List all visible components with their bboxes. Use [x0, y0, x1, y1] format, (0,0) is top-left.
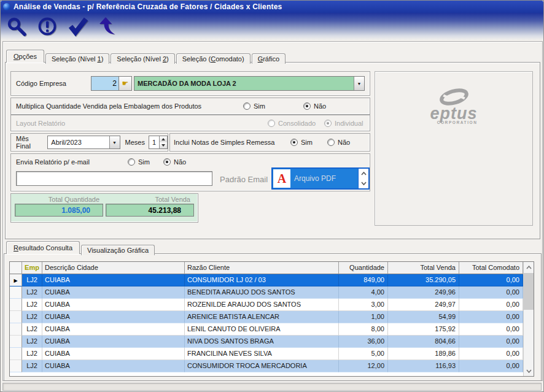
row-indicator [10, 286, 22, 299]
tab-selecao-comodato[interactable]: Seleção (Comodato) [176, 53, 251, 64]
cell: CUIABA [42, 286, 185, 299]
header-quantidade[interactable]: Quantidade [339, 262, 388, 274]
tab-selecao-nivel2[interactable]: Seleção (Nível 2) [111, 53, 174, 64]
scrollbar-thumb[interactable] [524, 273, 534, 310]
table-row[interactable]: LJ2CUIABABENEDITA ARAUJO DOS SANTOS4,002… [10, 286, 523, 299]
lookup-button[interactable]: ☛ [119, 76, 132, 91]
radio-multiplica-sim[interactable] [243, 102, 251, 110]
cell: CUIABA [42, 336, 185, 348]
cell: LJ2 [22, 360, 42, 372]
chevron-down-icon[interactable] [354, 77, 364, 90]
return-arrow-icon [98, 16, 119, 37]
cell: BENEDITA ARAUJO DOS SANTOS [185, 286, 339, 299]
cell: 35.290,05 [388, 274, 459, 286]
scroll-down-button[interactable] [524, 366, 534, 376]
multiplica-label: Multiplica Quantidade Vendida pela Embal… [11, 102, 243, 110]
exit-button[interactable] [96, 15, 121, 38]
info-button[interactable] [35, 15, 60, 38]
cell: LJ2 [22, 311, 42, 323]
status-bar [2, 383, 542, 391]
row-indicator [10, 360, 22, 372]
total-venda-value: 45.213,88 [106, 204, 194, 217]
cell: 849,00 [339, 274, 388, 286]
chevron-down-icon[interactable] [109, 136, 120, 148]
cell: LJ2 [22, 323, 42, 336]
confirm-button[interactable] [66, 15, 90, 38]
cell: 804,66 [388, 336, 459, 348]
totals-panel: Total Quantidade Total Venda 1.085,00 45… [10, 193, 198, 223]
search-icon [6, 16, 27, 37]
table-row[interactable]: LJ2CUIABACONSUMIDOR TROCA MERCADORIA12,0… [10, 360, 523, 372]
empresa-select[interactable]: MERCADÃO DA MODA LOJA 2 [134, 76, 365, 91]
tab-selecao-nivel1[interactable]: Seleção (Nível 1) [45, 53, 109, 64]
inclui-notas-row: Inclui Notas de Simples Remessa Sim Não [169, 133, 370, 152]
check-icon [67, 16, 89, 37]
codigo-empresa-label: Código Empresa [11, 80, 66, 87]
table-row[interactable]: LJ2CUIABACONSUMIDOR LJ 02 / 03849,0035.2… [10, 274, 523, 286]
radio-inclui-sim[interactable] [290, 139, 298, 146]
codigo-empresa-input[interactable] [91, 76, 119, 91]
window-title: Análise de Vendas - p/ Referência Cruzad… [14, 2, 282, 11]
cell: 0,00 [459, 299, 523, 311]
bottom-tabstrip: Resultado Consulta Visualização Gráfica [6, 242, 156, 254]
toolbar [1, 13, 543, 40]
radio-layout-individual [324, 120, 332, 127]
cell: 175,92 [388, 323, 459, 336]
padrao-email-label: Padrão Email [220, 175, 268, 184]
table-row[interactable]: LJ2CUIABAFRANCILINA NEVES SILVA5,00189,8… [10, 348, 523, 360]
codigo-empresa-row: Código Empresa ☛ MERCADÃO DA MODA LOJA 2 [10, 71, 370, 96]
cell: 12,00 [339, 360, 388, 372]
radio-inclui-nao[interactable] [327, 139, 335, 146]
tab-resultado-consulta[interactable]: Resultado Consulta [6, 241, 80, 254]
header-total-venda[interactable]: Total Venda [388, 262, 459, 274]
spin-down-icon[interactable] [160, 142, 167, 148]
chevron-down-icon [361, 182, 367, 185]
table-row[interactable]: LJ2CUIABANIVA DOS SANTOS BRAGA36,00804,6… [10, 336, 523, 348]
radio-envia-nao[interactable] [163, 158, 171, 166]
grid-body: LJ2CUIABACONSUMIDOR LJ 02 / 03849,0035.2… [10, 274, 523, 372]
cell: 0,00 [459, 311, 523, 323]
cell: LJ2 [22, 274, 42, 286]
header-razao-cliente[interactable]: Razão Cliente [185, 262, 339, 274]
results-grid: Emp Descrição Cidade Razão Cliente Quant… [9, 261, 534, 377]
header-descricao-cidade[interactable]: Descrição Cidade [42, 262, 185, 274]
header-emp[interactable]: Emp [22, 262, 42, 274]
cell: ROZENILDE ARAUJO DOS SANTOS [185, 299, 339, 311]
header-total-comodato[interactable]: Total Comodato [459, 262, 523, 274]
logo-subtitle: CORPORATION [430, 120, 477, 125]
app-icon [3, 3, 10, 10]
table-row[interactable]: LJ2CUIABAARENICE BATISTA ALENCAR1,0054,9… [10, 311, 523, 323]
tab-visualizacao-grafica[interactable]: Visualização Gráfica [81, 245, 155, 255]
tab-grafico[interactable]: Gráfico [252, 53, 286, 64]
tab-opcoes[interactable]: Opções [6, 50, 44, 63]
results-page: Emp Descrição Cidade Razão Cliente Quant… [4, 253, 542, 381]
eptus-swirl-icon [435, 88, 472, 106]
total-venda-label: Total Venda [106, 196, 194, 203]
total-quantidade-label: Total Quantidade [15, 196, 103, 203]
cell: LJ2 [22, 286, 42, 299]
vertical-scrollbar[interactable] [523, 262, 534, 376]
radio-envia-sim[interactable] [128, 158, 135, 166]
meses-stepper[interactable]: 1 [149, 136, 168, 149]
mes-final-select[interactable]: Abril/2023 [47, 136, 120, 149]
cell: 0,00 [459, 274, 523, 286]
spin-up-icon[interactable] [160, 136, 167, 142]
radio-multiplica-nao[interactable] [303, 102, 311, 110]
pdf-spinner[interactable] [358, 169, 368, 188]
email-row: Envia Relatório p/ e-mail Sim Não Padrão… [10, 153, 370, 191]
row-indicator [10, 311, 22, 323]
cell: CONSUMIDOR TROCA MERCADORIA [185, 360, 339, 372]
top-tabstrip: Opções Seleção (Nível 1) Seleção (Nível … [6, 50, 287, 63]
cell: 1,00 [339, 311, 388, 323]
cell: 116,93 [388, 360, 459, 372]
logo-panel: eptus CORPORATION [375, 71, 533, 226]
pdf-format-select[interactable]: A Arquivo PDF [271, 167, 370, 190]
table-row[interactable]: LJ2CUIABAROZENILDE ARAUJO DOS SANTOS3,00… [10, 299, 523, 311]
chevron-up-icon [526, 266, 532, 269]
scroll-up-button[interactable] [524, 262, 534, 272]
email-input[interactable] [16, 171, 212, 186]
total-quantidade-value: 1.085,00 [15, 204, 103, 217]
search-button[interactable] [4, 15, 29, 38]
mes-final-value: Abril/2023 [48, 139, 109, 146]
table-row[interactable]: LJ2CUIABALENIL CANUTO DE OLIVEIRA8,00175… [10, 323, 523, 336]
